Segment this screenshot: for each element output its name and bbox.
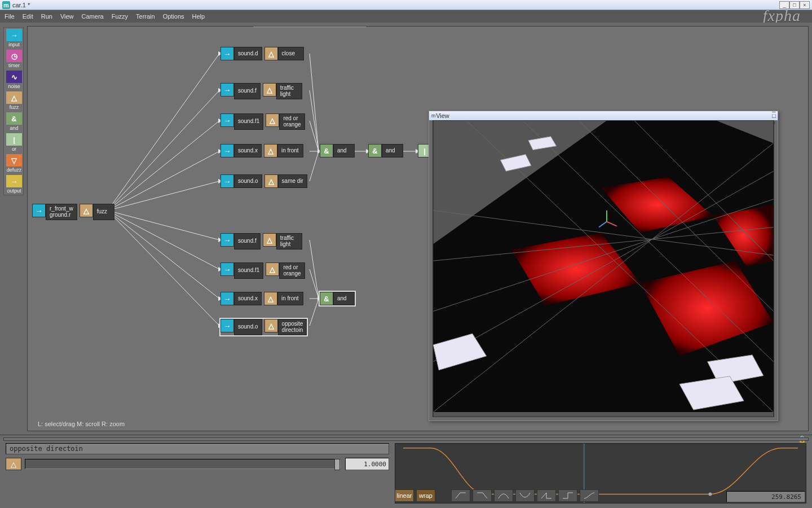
arrow-right-icon: → xyxy=(220,144,234,157)
view-window[interactable]: m View _ □ × xyxy=(429,111,778,421)
app-logo-icon: m xyxy=(2,1,10,9)
clock-icon: ◷ xyxy=(6,50,22,62)
arrow-right-icon: → xyxy=(6,29,22,41)
tool-fuzz[interactable]: △fuzz xyxy=(4,90,24,111)
fuzz-icon: △ xyxy=(266,113,279,127)
menu-run[interactable]: Run xyxy=(41,13,52,20)
tool-palette: →input ◷timer ∿noise △fuzz &and |or ▽def… xyxy=(3,27,24,195)
canvas-hint: L: select/drag M: scroll R: zoom xyxy=(38,421,125,427)
slider-thumb[interactable] xyxy=(334,459,340,470)
tool-timer[interactable]: ◷timer xyxy=(4,49,24,69)
svg-line-7 xyxy=(108,211,219,299)
fuzz-icon: △ xyxy=(80,204,93,217)
readout-field[interactable] xyxy=(726,491,805,502)
node-input-root[interactable]: → r_front_w ground.r △ fuzz xyxy=(32,204,114,220)
node-sound-o[interactable]: →sound.o △same dir xyxy=(220,174,307,188)
fuzz-icon: △ xyxy=(264,47,278,60)
shape-linear-button[interactable]: linear xyxy=(395,489,414,502)
arrow-right-icon: → xyxy=(6,175,22,187)
menu-help[interactable]: Help xyxy=(192,13,205,20)
view-window-titlebar[interactable]: m View _ □ × xyxy=(429,111,778,120)
node-sound-d[interactable]: →sound.d △close xyxy=(220,47,304,60)
view-maximize-button[interactable]: □ xyxy=(772,112,776,119)
viewport-3d[interactable] xyxy=(433,120,774,417)
shape-bell-button[interactable] xyxy=(494,489,513,502)
node-and-2[interactable]: &and xyxy=(368,144,403,157)
minimize-button[interactable]: _ xyxy=(779,1,789,9)
close-button[interactable]: × xyxy=(800,1,810,9)
svg-line-8 xyxy=(108,211,219,326)
shape-spike-button[interactable] xyxy=(537,489,556,502)
tool-or[interactable]: |or xyxy=(4,132,24,153)
node-name-field[interactable] xyxy=(6,443,389,454)
svg-line-2 xyxy=(108,121,219,211)
tool-output[interactable]: →output xyxy=(4,174,24,195)
value-field[interactable] xyxy=(345,458,389,470)
tool-defuzz[interactable]: ▽defuzz xyxy=(4,153,24,174)
value-slider[interactable] xyxy=(25,459,341,469)
shape-ramp-up-button[interactable] xyxy=(451,489,470,502)
fuzz-icon: △ xyxy=(6,91,22,104)
fuzz-icon: △ xyxy=(263,233,276,247)
menu-camera[interactable]: Camera xyxy=(82,13,104,20)
shape-valley-button[interactable] xyxy=(515,489,535,502)
menu-options[interactable]: Options xyxy=(163,13,184,20)
arrow-right-icon: → xyxy=(220,233,234,247)
fuzz-icon: △ xyxy=(264,319,278,332)
node-sound-f-2[interactable]: →sound.f △traffic light xyxy=(220,233,302,249)
tool-input[interactable]: →input xyxy=(4,28,24,49)
app-logo-icon: m xyxy=(431,113,435,119)
node-sound-o-opposite-selected[interactable]: →sound.o △opposite directoin xyxy=(220,319,307,335)
menu-view[interactable]: View xyxy=(60,13,74,20)
menu-fuzzy[interactable]: Fuzzy xyxy=(112,13,128,20)
node-sound-f1[interactable]: →sound.f1 △red or orange xyxy=(220,113,305,130)
pipe-icon: | xyxy=(6,133,22,146)
tool-noise[interactable]: ∿noise xyxy=(4,69,24,90)
node-sound-x-2[interactable]: →sound.x △in front xyxy=(220,292,303,305)
defuzz-icon: ▽ xyxy=(6,154,22,167)
arrow-right-icon: → xyxy=(220,113,234,127)
view-minimize-button[interactable]: _ xyxy=(772,106,776,112)
node-sound-x[interactable]: →sound.x △in front xyxy=(220,144,303,157)
divider[interactable] xyxy=(3,437,809,441)
title-bar: m car.1 * _ □ × xyxy=(0,0,812,10)
arrow-right-icon: → xyxy=(220,262,234,276)
arrow-right-icon: → xyxy=(32,204,46,217)
node-sound-f1-2[interactable]: →sound.f1 △red or orange xyxy=(220,262,305,279)
menu-edit[interactable]: Edit xyxy=(23,13,33,20)
node-sound-f[interactable]: →sound.f △traffic light xyxy=(220,83,302,99)
ampersand-icon: & xyxy=(320,144,333,157)
arrow-right-icon: → xyxy=(220,83,234,97)
shape-step-button[interactable] xyxy=(558,489,577,502)
svg-line-11 xyxy=(310,121,319,151)
arrow-right-icon: → xyxy=(220,319,234,332)
fuzz-icon: △ xyxy=(264,144,277,157)
ampersand-icon: & xyxy=(6,112,22,125)
shape-s-button[interactable] xyxy=(580,489,599,502)
svg-line-6 xyxy=(108,211,219,269)
view-window-title: View xyxy=(436,112,449,119)
svg-line-0 xyxy=(108,54,219,211)
svg-line-19 xyxy=(310,299,319,326)
menu-terrain[interactable]: Terrain xyxy=(136,13,155,20)
svg-line-9 xyxy=(310,54,319,151)
svg-line-16 xyxy=(310,240,319,299)
shape-wrap-button[interactable]: wrap xyxy=(416,489,435,502)
fuzz-icon: △ xyxy=(264,174,278,188)
menu-file[interactable]: File xyxy=(5,13,15,20)
tool-and[interactable]: &and xyxy=(4,111,24,132)
node-label: fuzz xyxy=(93,204,114,220)
fuzz-icon: △ xyxy=(266,262,279,276)
node-and-3-selected[interactable]: &and xyxy=(320,292,355,305)
arrow-right-icon: → xyxy=(220,174,234,188)
svg-line-4 xyxy=(108,181,219,211)
arrow-right-icon: → xyxy=(220,47,234,60)
shape-ramp-down-button[interactable] xyxy=(473,489,492,502)
maximize-button[interactable]: □ xyxy=(789,1,800,9)
svg-line-3 xyxy=(108,151,219,211)
node-and-1[interactable]: &and xyxy=(320,144,355,157)
fuzz-icon: △ xyxy=(264,292,277,305)
svg-line-13 xyxy=(310,151,319,181)
arrow-right-icon: → xyxy=(220,292,234,305)
svg-line-17 xyxy=(310,269,319,299)
